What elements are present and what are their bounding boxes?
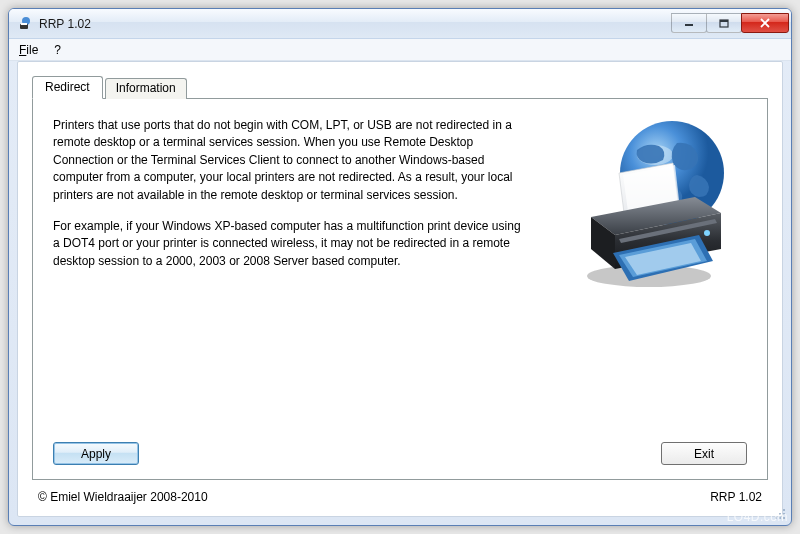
paragraph-1: Printers that use ports that do not begi… xyxy=(53,117,523,204)
svg-point-15 xyxy=(783,517,785,519)
printer-globe-icon xyxy=(567,115,747,295)
app-icon xyxy=(17,16,33,32)
svg-point-11 xyxy=(779,513,781,515)
window-frame: RRP 1.02 File ? Redirect Information xyxy=(8,8,792,526)
copyright-text: © Emiel Wieldraaijer 2008-2010 xyxy=(38,490,208,504)
svg-rect-2 xyxy=(21,23,27,25)
maximize-button[interactable] xyxy=(706,13,742,33)
footer: © Emiel Wieldraaijer 2008-2010 RRP 1.02 xyxy=(32,480,768,508)
exit-button[interactable]: Exit xyxy=(661,442,747,465)
paragraph-2: For example, if your Windows XP-based co… xyxy=(53,218,523,270)
close-icon xyxy=(759,18,771,28)
maximize-icon xyxy=(719,19,729,28)
window-controls xyxy=(672,13,789,33)
tab-redirect[interactable]: Redirect xyxy=(32,76,103,99)
minimize-button[interactable] xyxy=(671,13,707,33)
svg-point-14 xyxy=(779,517,781,519)
description-text: Printers that use ports that do not begi… xyxy=(53,117,523,270)
close-button[interactable] xyxy=(741,13,789,33)
svg-point-10 xyxy=(783,509,785,511)
menu-help[interactable]: ? xyxy=(54,43,61,57)
tab-button-row: Apply Exit xyxy=(53,442,747,465)
client-area: Redirect Information Printers that use p… xyxy=(17,61,783,517)
version-text: RRP 1.02 xyxy=(710,490,762,504)
svg-point-13 xyxy=(775,517,777,519)
tab-headers: Redirect Information xyxy=(32,76,768,99)
tab-body: Printers that use ports that do not begi… xyxy=(32,98,768,480)
svg-point-12 xyxy=(783,513,785,515)
svg-rect-5 xyxy=(720,20,728,22)
title-bar[interactable]: RRP 1.02 xyxy=(9,9,791,39)
resize-grip[interactable] xyxy=(773,507,787,521)
tab-control: Redirect Information Printers that use p… xyxy=(32,76,768,480)
window-title: RRP 1.02 xyxy=(39,17,672,31)
apply-button[interactable]: Apply xyxy=(53,442,139,465)
svg-point-9 xyxy=(704,230,710,236)
menu-file[interactable]: File xyxy=(19,43,38,57)
menu-bar: File ? xyxy=(9,39,791,61)
svg-rect-3 xyxy=(685,24,693,26)
tab-information[interactable]: Information xyxy=(105,78,187,99)
minimize-icon xyxy=(684,19,694,27)
